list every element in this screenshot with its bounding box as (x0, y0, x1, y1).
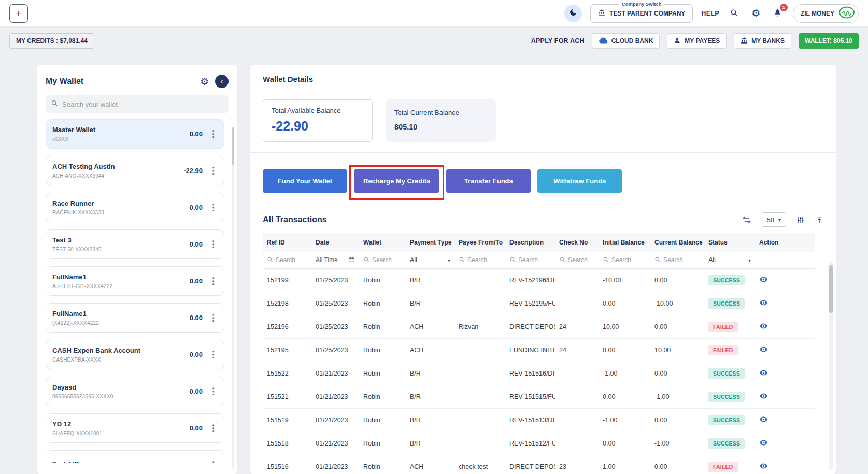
search-icon (51, 99, 58, 109)
wallet-balance-button[interactable]: WALLET: 805.10 (799, 33, 859, 49)
column-header-current-balance[interactable]: Current Balance (650, 233, 704, 252)
zil-money-button[interactable]: ZIL MONEY (793, 4, 859, 23)
export-icon[interactable] (815, 216, 823, 224)
settings-button[interactable]: ⚙ (749, 7, 763, 20)
kebab-menu-icon[interactable]: ⋮ (209, 386, 218, 397)
column-search-input-ref-id[interactable] (276, 256, 306, 264)
cell-payee (454, 385, 505, 409)
view-transaction-eye-icon[interactable] (759, 345, 768, 354)
wallet-list-item[interactable]: Dayasd89556655623565-XXXX00.00⋮ (46, 377, 224, 406)
column-header-description[interactable]: Description (505, 233, 555, 252)
column-search-input-payee-from-to[interactable] (467, 256, 500, 264)
column-header-ref-id[interactable]: Ref ID (263, 233, 311, 252)
column-search-input-wallet[interactable] (372, 256, 401, 264)
view-transaction-eye-icon[interactable] (759, 368, 768, 377)
fund-your-wallet-button[interactable]: Fund Your Wallet (263, 169, 347, 193)
column-search-input-check-no[interactable] (568, 256, 594, 264)
transaction-row: 15219801/25/2023RobinB/RREV-152195/FU0.0… (263, 292, 815, 315)
kebab-menu-icon[interactable]: ⋮ (209, 312, 218, 323)
column-header-status[interactable]: Status (704, 233, 755, 252)
cell-date: 01/25/2023 (311, 292, 359, 315)
view-transaction-eye-icon[interactable] (759, 462, 768, 470)
refresh-sync-icon[interactable] (742, 215, 751, 224)
wallet-list-item[interactable]: FullName1AJ-TEST-001-XXXX42220.00⋮ (46, 266, 224, 296)
my-credits-button[interactable]: MY CREDITS : $7,081.44 (9, 33, 94, 49)
cell-description: REV-151515/FU (505, 385, 555, 409)
view-transaction-eye-icon[interactable] (759, 275, 768, 284)
kebab-menu-icon[interactable]: ⋮ (209, 165, 218, 176)
view-transaction-eye-icon[interactable] (759, 322, 768, 331)
kebab-menu-icon[interactable]: ⋮ (209, 459, 218, 463)
column-search-input-description[interactable] (518, 256, 549, 264)
wallet-list-item[interactable]: FullName1[X4222]-XXXX42220.00⋮ (46, 303, 224, 333)
wallet-list-item[interactable]: Race RunnerRACENIK-XXXX33330.00⋮ (46, 193, 224, 222)
help-link[interactable]: HELP (701, 10, 719, 17)
recharge-my-credits-button[interactable]: Recharge My Credits (354, 169, 439, 193)
my-wallet-title: My Wallet (46, 77, 83, 86)
cell-payee (454, 432, 505, 455)
view-transaction-eye-icon[interactable] (759, 392, 768, 400)
column-header-check-no[interactable]: Check No (555, 233, 599, 252)
view-transaction-eye-icon[interactable] (759, 298, 768, 307)
wallet-account: AJ-TEST-001-XXXX4222 (52, 283, 112, 289)
column-header-wallet[interactable]: Wallet (359, 233, 406, 252)
apply-for-ach-link[interactable]: APPLY FOR ACH (531, 37, 585, 45)
dark-mode-toggle[interactable] (564, 5, 582, 22)
kebab-menu-icon[interactable]: ⋮ (209, 202, 218, 213)
company-switch-button[interactable]: Company Switch TEST PARENT COMPANY (590, 4, 693, 23)
cell-description: REV-151516/DI (505, 362, 555, 385)
cell-ref-id: 151516 (263, 455, 311, 474)
wallet-list-item[interactable]: Test A/C0.00⋮ (46, 450, 224, 463)
my-banks-button[interactable]: MY BANKS (734, 33, 791, 49)
cell-ref-id: 152198 (263, 292, 311, 315)
my-payees-button[interactable]: MY PAYEES (667, 33, 727, 49)
wallet-list-item[interactable]: Master Wallet-XXXX0.00⋮ (46, 119, 224, 149)
cell-description: REV-151513/DI (505, 409, 555, 432)
notifications-button[interactable]: 1 (771, 7, 785, 20)
cloud-bank-button[interactable]: CLOUD BANK (592, 33, 660, 49)
column-header-action[interactable]: Action (755, 233, 815, 252)
column-header-initial-balance[interactable]: Initial Balance (599, 233, 650, 252)
kebab-menu-icon[interactable]: ⋮ (209, 128, 218, 139)
view-transaction-eye-icon[interactable] (759, 438, 768, 447)
cell-ref-id: 152199 (263, 269, 311, 292)
wallet-list-scrollbar[interactable] (232, 127, 234, 469)
cell-current-balance: 0.00 (650, 455, 704, 474)
column-settings-icon[interactable] (796, 216, 805, 224)
wallet-list-item[interactable]: YD 12SHAFEQ-XXXX10010.00⋮ (46, 413, 224, 443)
collapse-panel-button[interactable]: ‹ (215, 75, 229, 88)
column-header-payee-from-to[interactable]: Payee From/To (454, 233, 505, 252)
cell-initial-balance: -10.00 (599, 269, 650, 292)
add-new-button[interactable]: + (9, 4, 28, 23)
column-header-date[interactable]: Date (311, 233, 359, 252)
wallet-list-item[interactable]: CASH Expen Bank AccountCASHEXPBA-XXXX0.0… (46, 340, 224, 369)
kebab-menu-icon[interactable]: ⋮ (209, 239, 218, 250)
transfer-funds-button[interactable]: Transfer Funds (446, 169, 531, 193)
column-filter-select-payment-type[interactable]: All▾ (410, 256, 450, 264)
date-range-filter[interactable]: All Time (316, 256, 355, 264)
page-size-select[interactable]: 50 ▾ (762, 212, 787, 227)
global-search-button[interactable] (728, 7, 741, 20)
cell-date: 01/21/2023 (311, 409, 359, 432)
wallet-list-item[interactable]: Test 3TEST 50-XXXX23450.00⋮ (46, 229, 224, 259)
wallet-search-input[interactable] (62, 100, 223, 108)
withdraw-funds-button[interactable]: Withdraw Funds (537, 169, 622, 193)
all-transactions-title: All Transactions (263, 215, 327, 224)
column-search-input-current-balance[interactable] (663, 256, 698, 264)
column-search-input-initial-balance[interactable] (611, 256, 644, 264)
kebab-menu-icon[interactable]: ⋮ (209, 276, 218, 286)
column-header-payment-type[interactable]: Payment Type (406, 233, 454, 252)
view-transaction-eye-icon[interactable] (759, 415, 768, 424)
transactions-table: Ref IDDateWalletPayment TypePayee From/T… (263, 233, 815, 474)
kebab-menu-icon[interactable]: ⋮ (209, 423, 218, 434)
wallet-list-scrollbar-thumb[interactable] (232, 127, 234, 165)
wallet-settings-gear-icon[interactable]: ⚙ (200, 77, 209, 87)
table-scrollbar[interactable] (829, 261, 833, 470)
column-filter-select-status[interactable]: All▾ (708, 256, 751, 264)
wallet-list-item[interactable]: ACH Testing AustinACH ANG-XXXX9944-22.90… (46, 156, 224, 185)
kebab-menu-icon[interactable]: ⋮ (209, 349, 218, 360)
my-payees-label: MY PAYEES (685, 37, 720, 45)
table-scrollbar-thumb[interactable] (829, 265, 833, 313)
wallet-info: FullName1AJ-TEST-001-XXXX4222 (52, 273, 112, 289)
cell-status: SUCCESS (704, 292, 755, 315)
